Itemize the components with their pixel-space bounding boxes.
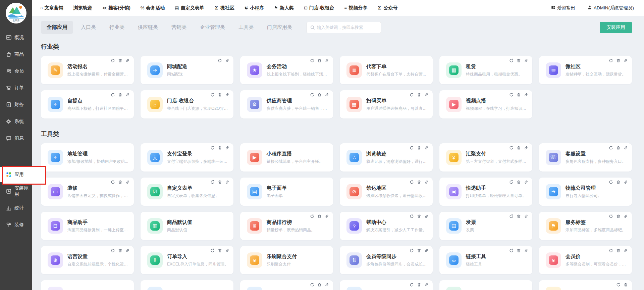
topnav-store-switch[interactable]: 爱游盐田 [551,5,575,11]
link-icon[interactable] [424,180,429,185]
link-icon[interactable] [325,58,329,63]
topnav-item[interactable]: %会务活动 [141,5,165,11]
uninstall-icon[interactable] [517,58,521,63]
uninstall-icon[interactable] [317,214,322,219]
link-icon[interactable] [624,248,628,253]
refresh-icon[interactable] [509,58,514,63]
link-icon[interactable] [225,146,230,150]
app-card[interactable]: ≣代客下单代替客户在后台下单，支持自营... [340,56,433,84]
app-card[interactable]: ?帮助中心解决方案指引，减少人工工作量。 [340,212,433,240]
refresh-icon[interactable] [310,214,315,219]
refresh-icon[interactable] [410,93,414,97]
refresh-icon[interactable] [310,58,315,63]
app-card[interactable]: 支支付宝登录支付宝端登录切换，多端统一运营。 [141,143,233,172]
sidebar-item-orders[interactable]: 订单 [0,81,32,95]
link-icon[interactable] [125,93,130,97]
app-card[interactable]: ▥统计 [439,280,532,290]
app-card[interactable]: ♛商品排行榜销量榜单，展示热销商品。 [240,212,333,240]
sidebar-item-members[interactable]: 会员 [0,64,32,79]
uninstall-icon[interactable] [218,248,222,253]
link-icon[interactable] [325,214,329,219]
topnav-item[interactable]: ⋈公众号 [377,5,397,11]
app-card[interactable]: ∞短链接生成 [539,280,632,290]
link-icon[interactable] [125,180,130,185]
sidebar-item-install[interactable]: 安装应用 [0,184,32,199]
refresh-icon[interactable] [609,248,613,253]
link-icon[interactable] [325,93,329,97]
link-icon[interactable] [125,248,130,253]
sidebar-item-apps[interactable]: 应用 [0,167,32,182]
link-icon[interactable] [225,180,230,185]
refresh-icon[interactable] [509,146,514,150]
app-card[interactable]: ⌂门店-收银台整合线下门店资源，实现O2O异业... [141,90,233,118]
uninstall-icon[interactable] [517,146,521,150]
uninstall-icon[interactable] [317,93,322,97]
link-icon[interactable] [624,214,628,219]
uninstall-icon[interactable] [317,283,322,287]
app-card[interactable]: ¥乐刷聚合支付乐刷聚合支付 [240,246,333,274]
link-icon[interactable] [524,58,529,63]
sidebar-item-goods[interactable]: 商品 [0,47,32,62]
topnav-item[interactable]: 浏览轨迹 [73,5,92,11]
topnav-item[interactable]: ▤自定义表单 [175,5,204,11]
uninstall-icon[interactable] [517,214,521,219]
app-card[interactable]: ⌖自提点商品线下核销，打造社区团购平台。 [41,90,134,118]
topnav-item[interactable]: ○文章营销 [40,5,63,11]
app-card[interactable]: ▦扫码买单用户通过插件选择商品，可以直接... [340,90,433,118]
uninstall-icon[interactable] [616,214,621,219]
link-icon[interactable] [624,180,628,185]
sidebar-item-overview[interactable]: 概况 [0,30,32,45]
refresh-icon[interactable] [111,58,115,63]
refresh-icon[interactable] [616,283,621,287]
link-icon[interactable] [524,214,529,219]
tab-门店应用类[interactable]: 门店应用类 [261,21,298,34]
uninstall-icon[interactable] [616,58,621,63]
uninstall-icon[interactable] [218,180,222,185]
link-icon[interactable] [524,93,529,97]
app-card[interactable]: ∞链接工具链接工具 [439,246,532,274]
app-card[interactable]: ▤发票发票 [439,212,532,240]
uninstall-icon[interactable] [616,248,621,253]
app-card[interactable]: ✉微社区发帖种草，社交互动，活跃带货。 [539,56,632,84]
app-card[interactable]: ➔同城配送同城配送 [141,56,233,84]
refresh-icon[interactable] [410,180,414,185]
refresh-icon[interactable] [111,180,115,185]
app-card[interactable]: ¥汇聚支付第三方支付渠道，支付方式多样性。 [439,143,532,172]
app-card[interactable]: ⌖地址管理添加/修改地址，协助用户更改信... [41,143,134,172]
tab-企业管理类[interactable]: 企业管理类 [194,21,231,34]
uninstall-icon[interactable] [118,180,123,185]
sidebar-item-messages[interactable]: 消息 [0,131,32,146]
topnav-item[interactable]: ⋈微社区 [214,5,234,11]
tab-入口类[interactable]: 入口类 [75,21,102,34]
app-card[interactable]: ⚑服务标签添加商品标签，多维度商品标记。 [539,212,632,240]
refresh-icon[interactable] [218,58,222,63]
link-icon[interactable] [225,58,230,63]
refresh-icon[interactable] [509,93,514,97]
app-card[interactable]: ☑自定义表单自定义表单，收集各类信息。 [141,178,233,206]
app-card[interactable]: ▶视频点播视频课程，在线学习，打造知识付... [439,90,532,118]
refresh-icon[interactable] [609,180,613,185]
link-icon[interactable] [325,283,329,287]
link-icon[interactable] [524,180,529,185]
link-icon[interactable] [424,93,429,97]
uninstall-icon[interactable] [417,180,422,185]
link-icon[interactable] [225,248,230,253]
sidebar-item-decorate[interactable]: 装修 [0,218,32,232]
topnav-item[interactable]: ⚑新人奖 [274,5,294,11]
app-card[interactable]: ¥支付管理 [141,280,233,290]
refresh-icon[interactable] [210,146,215,150]
link-icon[interactable] [624,58,628,63]
uninstall-icon[interactable] [517,93,521,97]
app-card[interactable]: ✎活动报名线上报名缴纳费用，付费金额营销... [41,56,134,84]
link-icon[interactable] [424,248,429,253]
app-card[interactable]: ▥商品默认值商品默认值 [141,212,233,240]
uninstall-icon[interactable] [417,214,422,219]
uninstall-icon[interactable] [118,248,123,253]
link-icon[interactable] [225,93,230,97]
app-card[interactable]: ▤电子面单电子面单 [240,178,333,206]
refresh-icon[interactable] [410,283,414,287]
app-card[interactable]: ★会务活动线上报名线下签到，链接线下活动。 [240,56,333,84]
link-icon[interactable] [524,146,529,150]
topnav-item[interactable]: ☯小程序 [245,5,264,11]
app-card[interactable]: ▦打印机 [240,280,333,290]
